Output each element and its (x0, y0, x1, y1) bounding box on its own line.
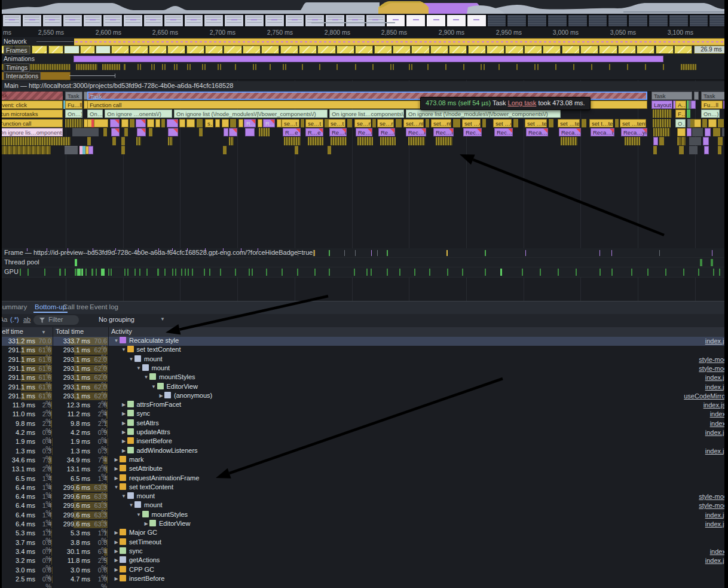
flame-bar[interactable]: s…t (205, 119, 213, 127)
source-link[interactable]: index.js (705, 511, 727, 519)
flame-bar[interactable] (179, 119, 185, 127)
flame-bar[interactable] (692, 128, 703, 136)
flame-bar[interactable] (703, 137, 709, 145)
expand-triangle-icon[interactable]: ▶ (121, 421, 127, 426)
flame-bar[interactable]: set …tent (525, 119, 547, 127)
flame-bar[interactable] (653, 128, 670, 136)
total-time-header[interactable]: Total time (56, 328, 84, 335)
activity-header[interactable]: Activity (111, 328, 132, 335)
activity-name[interactable]: EditorView (159, 520, 190, 527)
flame-bar[interactable]: Task (0, 92, 63, 100)
flame-bar[interactable]: set…nt (431, 119, 451, 127)
flame-bar[interactable] (229, 137, 234, 145)
screenshot-thumbnail[interactable] (628, 14, 648, 27)
expand-triangle-icon[interactable]: ▶ (113, 457, 120, 462)
flame-bar[interactable] (295, 146, 298, 154)
flame-bar[interactable] (713, 128, 720, 136)
screenshot-thumbnail[interactable] (669, 14, 689, 27)
flame-bar[interactable] (689, 137, 701, 145)
regex-toggle[interactable]: (.*) (10, 316, 19, 323)
flame-bar[interactable] (149, 128, 152, 136)
frame-box[interactable] (543, 45, 561, 54)
activity-name[interactable]: mount (144, 355, 163, 362)
flame-bar[interactable]: On ignore lis…omponents\/) (0, 128, 63, 136)
flame-bar[interactable] (222, 119, 229, 127)
frame-box[interactable] (96, 45, 111, 54)
source-link[interactable]: index.js (705, 447, 727, 455)
flame-bar[interactable]: R…e (283, 128, 301, 136)
expand-triangle-icon[interactable]: ▶ (113, 530, 120, 535)
column-divider[interactable] (53, 327, 53, 588)
flame-bar[interactable] (103, 128, 107, 136)
flame-bar[interactable]: Task (651, 92, 692, 100)
flame-bar[interactable] (704, 146, 709, 154)
screenshot-thumbnail[interactable] (244, 14, 264, 27)
collapse-triangle-icon[interactable]: ▼ (136, 365, 142, 371)
animation-bar[interactable] (74, 56, 663, 62)
flame-bar[interactable]: R… (263, 119, 275, 127)
table-row[interactable]: 291.1 ms61.6 %293.1 ms62.0 %▼EditorViewi… (2, 383, 728, 392)
grouping-select[interactable]: No grouping (99, 316, 134, 323)
flame-bar[interactable]: se…t (328, 119, 345, 127)
frame-box[interactable] (393, 45, 411, 54)
flame-bar[interactable] (615, 119, 619, 127)
flame-bar[interactable] (155, 119, 160, 127)
activity-name[interactable]: mount (137, 492, 155, 499)
activity-name[interactable]: mount (144, 501, 163, 508)
screenshot-thumbnail[interactable] (426, 14, 446, 27)
expand-triangle-icon[interactable]: ▶ (121, 438, 127, 444)
flame-bar[interactable] (238, 119, 243, 127)
flame-bar[interactable] (659, 137, 664, 145)
frame-box[interactable] (111, 45, 129, 54)
flame-bar[interactable] (357, 137, 373, 145)
flame-bar[interactable] (229, 128, 237, 136)
frame-box[interactable] (487, 45, 504, 54)
activity-name[interactable]: setAttribute (129, 465, 163, 472)
frame-box[interactable] (243, 45, 261, 54)
activity-name[interactable]: sync (129, 547, 143, 555)
table-row[interactable]: 9.8 ms2.1 %9.8 ms2.1 %▶setAttrsindex. (2, 419, 728, 428)
gpu-track[interactable]: GPU (2, 267, 728, 278)
flame-bar[interactable] (197, 119, 203, 127)
source-link[interactable]: index.js (705, 557, 727, 564)
table-row[interactable]: 11.0 ms2.3 %11.2 ms2.4 %▶syncindex. (2, 410, 728, 419)
activity-name[interactable]: mountStyles (159, 373, 195, 380)
screenshot-thumbnail[interactable] (689, 14, 709, 27)
tab-summary[interactable]: Summary (0, 303, 27, 310)
expand-triangle-icon[interactable]: ▶ (121, 448, 127, 453)
flame-bar[interactable] (168, 137, 173, 145)
flame-bar[interactable] (65, 146, 78, 154)
screenshot-thumbnail[interactable] (527, 14, 547, 27)
frame-box[interactable] (524, 45, 542, 54)
flame-bar[interactable]: se…t (282, 119, 299, 127)
frame-box[interactable] (430, 45, 448, 54)
flame-bar[interactable]: F…l (675, 109, 686, 118)
flame-bar[interactable] (653, 109, 672, 118)
flame-bar[interactable]: R…e (305, 128, 323, 136)
timings-track[interactable]: Timings (2, 63, 728, 71)
screenshot-thumbnail[interactable] (285, 14, 305, 27)
collapse-triangle-icon[interactable]: ▼ (113, 338, 120, 343)
activity-name[interactable]: CPP GC (129, 566, 154, 573)
flame-bar[interactable]: On…) (701, 109, 720, 118)
flame-bar[interactable] (0, 146, 51, 154)
frames-track[interactable]: Frames 26.9 ms (2, 45, 728, 54)
frame-box[interactable] (599, 45, 617, 54)
source-link[interactable]: index.js (705, 337, 727, 345)
frame-box[interactable] (317, 45, 335, 54)
collapse-triangle-icon[interactable]: ▼ (121, 493, 127, 499)
screenshot-thumbnail[interactable] (709, 14, 728, 27)
timeline-ruler[interactable]: ms 2,550 ms2,600 ms2,650 ms2,700 ms2,750… (2, 28, 728, 38)
screenshot-thumbnail[interactable] (467, 14, 487, 27)
expand-triangle-icon[interactable]: ▶ (121, 429, 127, 435)
flame-bar[interactable]: A… (675, 100, 686, 109)
frame-box[interactable] (299, 45, 317, 54)
screenshot-thumbnail[interactable] (204, 14, 224, 27)
activity-name[interactable]: setTimeout (129, 538, 161, 546)
flame-bar[interactable] (549, 119, 553, 127)
flame-bar[interactable] (284, 137, 301, 145)
flame-bar[interactable] (677, 128, 686, 136)
screenshot-thumbnail[interactable] (143, 14, 163, 27)
flame-bar[interactable] (137, 128, 146, 136)
activity-name[interactable]: set textContent (137, 346, 181, 353)
